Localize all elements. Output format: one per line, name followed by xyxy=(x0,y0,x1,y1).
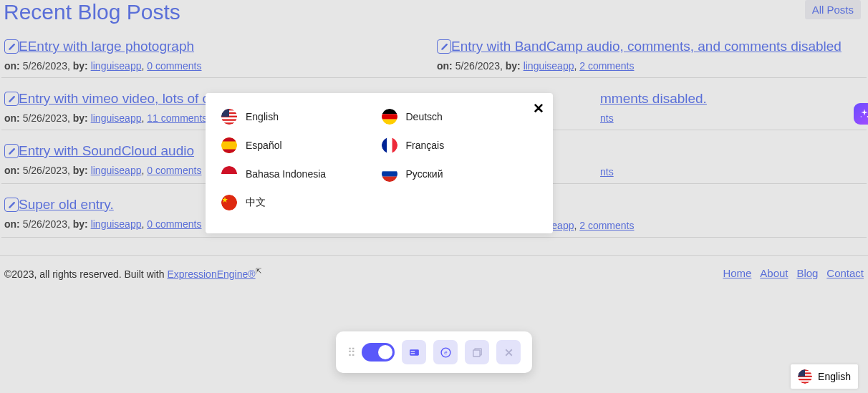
on-label: on: xyxy=(4,60,20,72)
close-icon[interactable]: ✕ xyxy=(533,100,544,117)
lang-option-deutsch[interactable]: Deutsch xyxy=(382,109,538,125)
post-author-link[interactable]: linguiseapp xyxy=(524,60,574,72)
edit-icon[interactable] xyxy=(4,144,19,158)
post-author-link[interactable]: linguiseapp xyxy=(91,60,142,72)
toolbar-windows-button[interactable] xyxy=(465,340,489,364)
footer-link-home[interactable]: Home xyxy=(723,267,751,279)
post-link[interactable]: mments disabled. xyxy=(600,91,707,107)
lang-option-russian[interactable]: Русский xyxy=(382,166,538,182)
copyright-text: ©2023, all rights reserved. Built with xyxy=(4,268,167,280)
lang-label: Français xyxy=(406,140,445,151)
lang-option-francais[interactable]: Français xyxy=(382,137,538,153)
language-chip[interactable]: English xyxy=(791,364,858,389)
toolbar-e-button[interactable]: e xyxy=(433,340,458,364)
toolbar-toggle[interactable] xyxy=(362,343,395,362)
external-link-icon: ⇱ xyxy=(256,267,261,275)
post-comments-link[interactable]: 2 comments xyxy=(579,60,634,72)
footer-link-contact[interactable]: Contact xyxy=(826,267,864,279)
post-author-link[interactable]: linguiseapp xyxy=(91,218,142,230)
post-date: 5/26/2023 xyxy=(23,60,67,72)
edit-icon[interactable] xyxy=(4,39,19,54)
post-comments-link[interactable]: nts xyxy=(600,166,614,178)
svg-rect-24 xyxy=(410,349,419,356)
flag-fr-icon xyxy=(382,137,397,153)
lang-option-espanol[interactable]: Español xyxy=(221,137,377,153)
edit-icon[interactable] xyxy=(4,92,19,106)
flag-us-icon xyxy=(798,369,812,384)
edit-icon[interactable] xyxy=(437,39,451,54)
post-date: 5/26/2023 xyxy=(23,165,67,176)
post-link[interactable]: Super old entry. xyxy=(19,197,114,213)
language-modal: ✕ English Deutsch Español Français Bahas… xyxy=(206,93,553,233)
post-card: Entry with BandCamp audio, comments, and… xyxy=(434,39,867,78)
lang-label: Русский xyxy=(406,168,443,180)
post-author-link[interactable]: linguiseapp xyxy=(91,165,142,176)
svg-rect-25 xyxy=(410,351,415,351)
post-card: EEntry with large photograph on: 5/26/20… xyxy=(1,39,434,78)
svg-point-34 xyxy=(861,116,862,117)
post-comments-link[interactable]: 0 comments xyxy=(147,165,201,176)
footer-link-blog[interactable]: Blog xyxy=(796,267,818,279)
lang-label: Bahasa Indonesia xyxy=(246,168,326,180)
footer-link-about[interactable]: About xyxy=(760,267,788,279)
post-comments-link[interactable]: 2 comments xyxy=(579,220,634,231)
post-date: 5/26/2023 xyxy=(23,218,67,230)
engine-link[interactable]: ExpressionEngine® xyxy=(167,268,255,280)
svg-rect-26 xyxy=(410,353,415,354)
sparkle-badge[interactable] xyxy=(854,103,868,125)
lang-label: English xyxy=(246,111,279,122)
toolbar-close-button[interactable] xyxy=(496,340,521,364)
post-comments-link[interactable]: 0 comments xyxy=(147,218,201,230)
flag-de-icon xyxy=(382,109,397,125)
toolbar-card-button[interactable] xyxy=(402,340,426,364)
flag-es-icon xyxy=(221,137,237,153)
post-link[interactable]: Entry with SoundCloud audio xyxy=(19,143,194,159)
lang-label: Deutsch xyxy=(406,111,443,122)
svg-rect-30 xyxy=(473,349,479,356)
floating-toolbar: ⠿ e xyxy=(336,331,532,373)
footer: ©2023, all rights reserved. Built with E… xyxy=(0,255,868,280)
post-comments-link[interactable]: nts xyxy=(600,112,614,124)
flag-ru-icon xyxy=(382,166,397,182)
post-comments-link[interactable]: 11 comments xyxy=(147,112,207,124)
post-author-link[interactable]: linguiseapp xyxy=(91,112,142,124)
lang-label: Español xyxy=(246,140,282,151)
post-link[interactable]: EEntry with large photograph xyxy=(19,39,194,54)
drag-handle-icon[interactable]: ⠿ xyxy=(347,346,355,359)
post-link[interactable]: Entry with BandCamp audio, comments, and… xyxy=(451,39,842,54)
language-chip-label: English xyxy=(818,371,851,382)
lang-option-chinese[interactable]: 中文 xyxy=(221,195,377,210)
lang-option-indonesia[interactable]: Bahasa Indonesia xyxy=(221,166,377,182)
svg-text:e: e xyxy=(444,349,448,356)
by-label: by: xyxy=(73,60,88,72)
post-comments-link[interactable]: 0 comments xyxy=(147,60,201,72)
flag-us-icon xyxy=(221,109,237,125)
post-date: 5/26/2023 xyxy=(23,112,67,124)
footer-links: Home About Blog Contact xyxy=(717,267,864,279)
edit-icon[interactable] xyxy=(4,198,19,212)
page-title: Recent Blog Posts xyxy=(0,0,868,24)
flag-id-icon xyxy=(221,166,237,182)
lang-option-english[interactable]: English xyxy=(221,109,377,125)
flag-cn-icon xyxy=(221,195,237,210)
post-date: 5/26/2023 xyxy=(455,60,500,72)
all-posts-button[interactable]: All Posts xyxy=(805,0,861,19)
lang-label: 中文 xyxy=(246,196,266,209)
